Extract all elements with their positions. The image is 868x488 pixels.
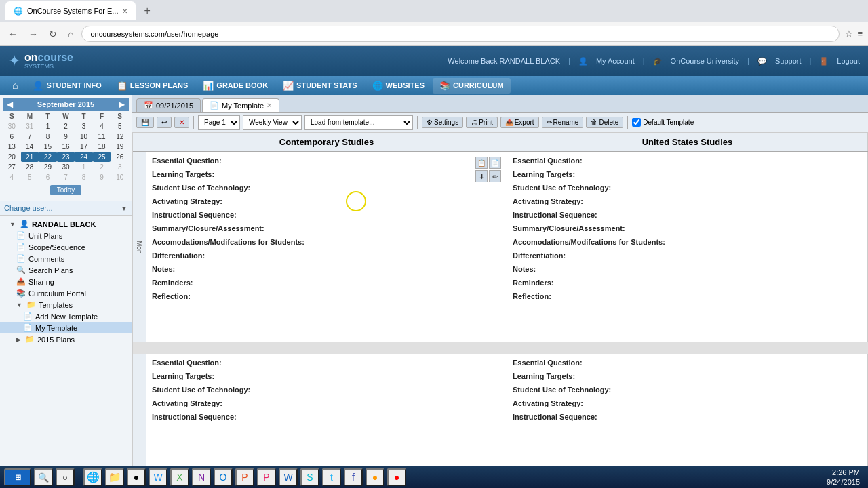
cal-date[interactable]: 14 [21, 142, 39, 152]
sidebar-item-comments[interactable]: 📄 Comments [0, 253, 132, 264]
cal-date[interactable]: 27 [3, 162, 21, 172]
print-button[interactable]: 🖨 Print [466, 117, 498, 128]
taskbar-explorer-button[interactable]: 📁 [105, 468, 124, 486]
browser-tab[interactable]: 🌐 OnCourse Systems For E... ✕ [5, 1, 136, 20]
cal-date[interactable]: 1 [39, 121, 57, 131]
cell-paste-button[interactable]: 📄 [489, 157, 501, 169]
today-button[interactable]: Today [50, 185, 82, 195]
cal-date[interactable]: 12 [111, 131, 129, 142]
taskbar-search-button[interactable]: 🔍 [34, 468, 53, 486]
tab-close-icon[interactable]: ✕ [267, 102, 272, 109]
back-button[interactable]: ← [5, 27, 20, 41]
university-link[interactable]: OnCourse University [671, 57, 739, 65]
taskbar-start-button[interactable]: ⊞ [4, 468, 31, 486]
load-template-select[interactable]: Load from template... [304, 115, 413, 130]
change-user-row[interactable]: Change user... ▼ [0, 201, 132, 216]
nav-curriculum[interactable]: 📚 CURRICULUM [433, 78, 511, 94]
cal-date[interactable]: 15 [39, 142, 57, 152]
cal-date[interactable]: 26 [111, 152, 129, 162]
cal-date[interactable]: 7 [21, 131, 39, 142]
taskbar-skype-button[interactable]: S [300, 468, 319, 486]
cal-date[interactable]: 2 [93, 162, 111, 172]
default-template-checkbox[interactable] [632, 118, 641, 127]
sidebar-item-add-new-template[interactable]: 📄 Add New Template [0, 310, 132, 322]
cal-date[interactable]: 30 [57, 162, 75, 172]
cal-next-button[interactable]: ▶ [119, 100, 125, 109]
cal-date[interactable]: 4 [93, 121, 111, 131]
support-link[interactable]: Support [775, 57, 802, 65]
nav-student-info[interactable]: 👤 STUDENT INFO [26, 78, 108, 94]
cal-date[interactable]: 11 [93, 131, 111, 142]
taskbar-word-button[interactable]: W [149, 468, 167, 486]
menu-icon[interactable]: ≡ [857, 28, 863, 39]
sidebar-item-user[interactable]: ▼ 👤 RANDALL BLACK [0, 218, 132, 230]
cal-date[interactable]: 6 [39, 172, 57, 182]
cell-down-button[interactable]: ⬇ [475, 170, 488, 182]
home-button[interactable]: ⌂ [65, 27, 76, 41]
taskbar-chrome-button[interactable]: ● [127, 468, 146, 486]
cal-date[interactable]: 8 [75, 172, 93, 182]
forward-button[interactable]: → [26, 27, 41, 41]
address-bar[interactable] [81, 26, 840, 42]
cal-date[interactable]: 13 [3, 142, 21, 152]
taskbar-outlook-button[interactable]: O [214, 468, 233, 486]
sidebar-item-curriculum-portal[interactable]: 📚 Curriculum Portal [0, 287, 132, 299]
lesson-cell-contemporary-1[interactable]: 📋 📄 ⬇ ✏ Essential Question: [146, 152, 507, 342]
my-account-link[interactable]: My Account [596, 57, 635, 65]
cal-date[interactable]: 8 [39, 131, 57, 142]
nav-home[interactable]: ⌂ [5, 77, 24, 94]
reload-button[interactable]: ↻ [46, 27, 60, 41]
bookmark-icon[interactable]: ☆ [845, 28, 853, 39]
cal-prev-button[interactable]: ◀ [7, 100, 13, 109]
cal-date[interactable]: 4 [3, 172, 21, 182]
nav-student-stats[interactable]: 📈 STUDENT STATS [276, 78, 363, 94]
cal-date[interactable]: 28 [21, 162, 39, 172]
toolbar-disk-button[interactable]: 💾 [136, 117, 154, 128]
lesson-cell-us-1[interactable]: Essential Question: Learning Targets: St… [507, 152, 868, 342]
default-template-label[interactable]: Default Template [632, 118, 694, 127]
cal-date[interactable]: 5 [21, 172, 39, 182]
cal-date[interactable]: 9 [93, 172, 111, 182]
cal-date[interactable]: 5 [111, 121, 129, 131]
nav-websites[interactable]: 🌐 WEBSITES [366, 78, 431, 94]
taskbar-facebook-button[interactable]: f [344, 468, 363, 486]
taskbar-onenote-button[interactable]: N [192, 468, 211, 486]
sidebar-item-2015-plans[interactable]: ▶ 📁 2015 Plans [0, 333, 132, 345]
cell-edit-button[interactable]: ✏ [489, 170, 501, 182]
delete-button[interactable]: 🗑 Delete [586, 117, 623, 128]
taskbar-app5-button[interactable]: ● [387, 468, 406, 486]
cal-date[interactable]: 7 [57, 172, 75, 182]
sidebar-item-search-plans[interactable]: 🔍 Search Plans [0, 264, 132, 276]
rename-button[interactable]: ✏ Rename [542, 117, 584, 128]
cal-date[interactable]: 9 [57, 131, 75, 142]
cal-date[interactable]: 6 [3, 131, 21, 142]
sidebar-item-my-template[interactable]: 📄 My Template [0, 322, 132, 333]
cal-date[interactable]: 17 [75, 142, 93, 152]
taskbar-excel-button[interactable]: X [170, 468, 189, 486]
cal-date-selected[interactable]: 22 [39, 152, 57, 162]
taskbar-cortana-button[interactable]: ○ [56, 468, 75, 486]
cal-date-selected[interactable]: 21 [21, 152, 39, 162]
sidebar-item-sharing[interactable]: 📤 Sharing [0, 276, 132, 287]
cal-date-selected[interactable]: 23 [57, 152, 75, 162]
cal-date[interactable]: 29 [39, 162, 57, 172]
tab-close-button[interactable]: ✕ [122, 7, 127, 15]
cal-date[interactable]: 20 [3, 152, 21, 162]
cell-copy-button[interactable]: 📋 [475, 157, 488, 169]
nav-lesson-plans[interactable]: 📋 LESSON PLANS [110, 78, 195, 94]
settings-button[interactable]: ⚙ Settings [422, 117, 463, 128]
taskbar-twitter-button[interactable]: t [322, 468, 341, 486]
cal-date[interactable]: 18 [93, 142, 111, 152]
sidebar-item-unit-plans[interactable]: 📄 Unit Plans [0, 230, 132, 241]
export-button[interactable]: 📤 Export [500, 117, 539, 128]
view-select[interactable]: Weekly View [243, 115, 302, 130]
taskbar-app3-button[interactable]: W [279, 468, 298, 486]
page-select[interactable]: Page 1 [198, 115, 240, 130]
cal-date-selected[interactable]: 25 [93, 152, 111, 162]
cal-date[interactable]: 10 [111, 172, 129, 182]
taskbar-ie-button[interactable]: 🌐 [83, 468, 102, 486]
nav-grade-book[interactable]: 📊 GRADE BOOK [196, 78, 275, 94]
taskbar-app4-button[interactable]: ● [366, 468, 384, 486]
cal-date[interactable]: 1 [75, 162, 93, 172]
cal-date[interactable]: 16 [57, 142, 75, 152]
